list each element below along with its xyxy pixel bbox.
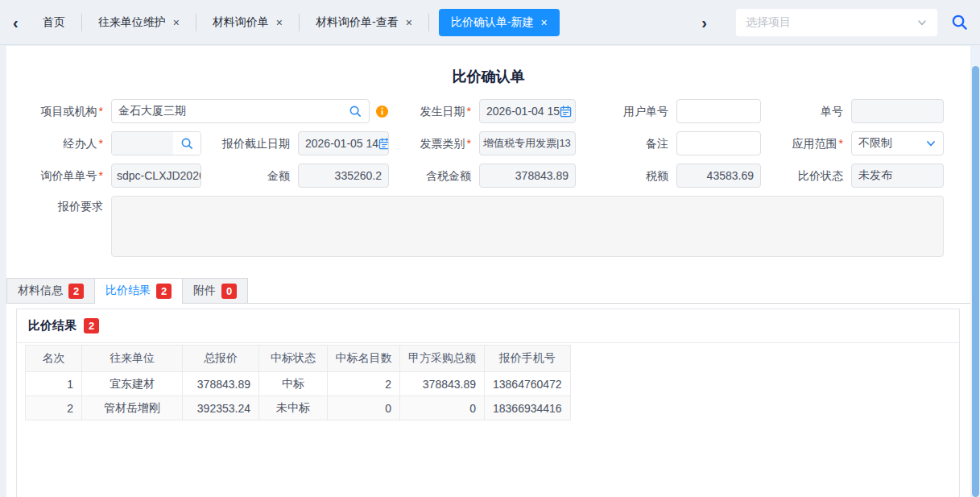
invoice-type-label: 发票类别* [397, 137, 471, 151]
tax-label: 税额 [584, 169, 668, 183]
info-icon[interactable] [375, 105, 389, 118]
tab-price-comparison-new[interactable]: 比价确认单-新建 × [439, 9, 560, 36]
quote-deadline-field[interactable]: 2026-01-05 14 [298, 131, 389, 155]
quote-deadline-label: 报价截止日期 [209, 137, 290, 151]
tax-incl-field: 378843.89 [479, 164, 576, 188]
cell-win-items: 0 [328, 396, 400, 420]
occur-date-field[interactable]: 2026-01-04 15 [479, 99, 576, 123]
tab-home[interactable]: 首页 [27, 14, 82, 31]
project-input[interactable] [118, 105, 349, 118]
chevron-down-icon [925, 138, 937, 149]
tax-value: 43583.69 [707, 169, 754, 182]
occur-date-label: 发生日期* [397, 105, 471, 118]
remark-label: 备注 [584, 137, 668, 151]
page-title: 比价确认单 [6, 46, 970, 99]
vertical-scrollbar [972, 47, 979, 497]
col-total-quote: 总报价 [183, 346, 259, 372]
cell-rank: 1 [26, 372, 82, 396]
header-form: 项目或机构* 发生日期* 2026-01-04 15 用户单号 [6, 99, 970, 257]
cell-win-status: 未中标 [259, 396, 328, 420]
tab-material-info[interactable]: 材料信息 2 [6, 278, 95, 303]
handler-value [112, 132, 173, 155]
amount-field: 335260.2 [298, 164, 389, 188]
cell-party-total: 378843.89 [400, 372, 485, 396]
close-icon[interactable]: × [276, 16, 283, 29]
scope-select[interactable]: 不限制 [851, 131, 944, 155]
project-field[interactable] [111, 99, 370, 123]
detail-tabs: 材料信息 2 比价结果 2 附件 0 [6, 278, 970, 304]
close-icon[interactable]: × [541, 16, 548, 29]
tab-label: 比价结果 [105, 284, 151, 298]
col-party-total: 甲方采购总额 [400, 346, 485, 372]
tax-incl-value: 378843.89 [515, 169, 569, 182]
col-win-status: 中标状态 [259, 346, 328, 372]
calendar-icon[interactable] [378, 138, 389, 150]
calendar-icon[interactable] [560, 106, 572, 118]
tab-label: 往来单位维护 [98, 15, 166, 30]
table-header-row: 名次 往来单位 总报价 中标状态 中标名目数 甲方采购总额 报价手机号 [26, 346, 571, 372]
table-row[interactable]: 2 管材岳增刚 392353.24 未中标 0 0 18366934416 [26, 396, 571, 420]
tab-material-inquiry[interactable]: 材料询价单 × [196, 14, 300, 31]
cell-unit: 宜东建材 [82, 372, 183, 396]
scrollbar-thumb[interactable] [972, 66, 979, 497]
cell-win-status: 中标 [259, 372, 328, 396]
amount-value: 335260.2 [335, 169, 382, 182]
doc-no-field [851, 99, 944, 123]
cell-unit: 管材岳增刚 [82, 396, 183, 420]
tab-label: 材料询价单 [213, 15, 269, 30]
cell-quote-phone: 13864760472 [485, 372, 571, 396]
tab-label: 材料信息 [18, 284, 63, 298]
scope-label: 应用范围* [769, 137, 843, 151]
count-badge: 2 [84, 318, 99, 333]
scope-value: 不限制 [858, 136, 892, 151]
invoice-type-value: 增值税专用发票|13 [483, 136, 571, 151]
inquiry-no-field: sdpc-CLXJD20260 [111, 164, 201, 188]
panel-title: 比价结果 [28, 318, 76, 333]
tax-incl-label: 含税金额 [397, 169, 471, 183]
quote-req-textarea[interactable] [111, 196, 944, 257]
inquiry-no-label: 询价单单号* [10, 169, 103, 183]
remark-input[interactable] [684, 137, 754, 150]
project-label: 项目或机构* [10, 105, 103, 118]
tab-comparison-result[interactable]: 比价结果 2 [94, 278, 183, 303]
user-no-input[interactable] [684, 105, 754, 118]
quote-req-label: 报价要求 [10, 196, 103, 213]
panel-header: 比价结果 2 [17, 309, 959, 343]
global-search-button[interactable] [950, 13, 969, 31]
cell-total-quote: 378843.89 [183, 372, 259, 396]
cell-win-items: 2 [328, 372, 400, 396]
status-label: 比价状态 [769, 169, 843, 183]
status-field: 未发布 [851, 164, 944, 188]
tab-label: 材料询价单-查看 [316, 15, 399, 30]
comparison-result-table: 名次 往来单位 总报价 中标状态 中标名目数 甲方采购总额 报价手机号 1 宜东… [25, 345, 571, 420]
comparison-result-panel: 比价结果 2 名次 往来单位 总报价 中标状态 中标名目数 甲方采购总额 报价手… [16, 309, 960, 497]
remark-field[interactable] [676, 131, 761, 155]
search-icon[interactable] [173, 132, 201, 155]
tabs-scroll-left-icon[interactable]: ‹ [5, 14, 27, 31]
count-badge: 2 [68, 284, 84, 299]
close-icon[interactable]: × [406, 16, 412, 29]
close-icon[interactable]: × [173, 16, 180, 29]
count-badge: 2 [156, 284, 172, 299]
user-no-field[interactable] [676, 99, 761, 123]
status-value: 未发布 [858, 168, 892, 183]
inquiry-no-value: sdpc-CLXJD20260 [117, 169, 201, 182]
handler-field[interactable] [111, 131, 201, 155]
tabs-scroll-right-icon[interactable]: › [693, 14, 715, 31]
tax-field: 43583.69 [676, 164, 761, 188]
top-tab-bar: ‹ 首页 往来单位维护 × 材料询价单 × 材料询价单-查看 × 比价确认单-新… [0, 0, 980, 45]
project-select-placeholder: 选择项目 [746, 15, 916, 30]
tab-label: 附件 [193, 284, 216, 298]
tab-unit-maintenance[interactable]: 往来单位维护 × [82, 14, 196, 31]
tab-attachments[interactable]: 附件 0 [182, 278, 248, 303]
table-row[interactable]: 1 宜东建材 378843.89 中标 2 378843.89 13864760… [26, 372, 571, 396]
cell-rank: 2 [26, 396, 82, 420]
col-quote-phone: 报价手机号 [485, 346, 571, 372]
user-no-label: 用户单号 [584, 105, 668, 118]
tab-material-inquiry-view[interactable]: 材料询价单-查看 × [300, 14, 429, 31]
project-select[interactable]: 选择项目 [736, 9, 937, 36]
search-icon[interactable] [349, 105, 362, 118]
col-unit: 往来单位 [82, 346, 183, 372]
tab-label: 首页 [43, 15, 65, 30]
cell-party-total: 0 [400, 396, 485, 420]
